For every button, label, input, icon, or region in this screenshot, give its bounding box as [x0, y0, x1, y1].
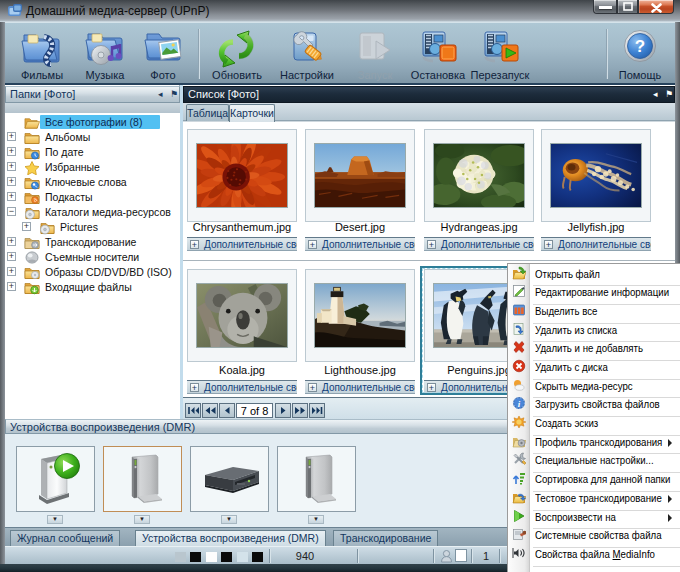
svg-text:?: ?: [635, 37, 645, 56]
